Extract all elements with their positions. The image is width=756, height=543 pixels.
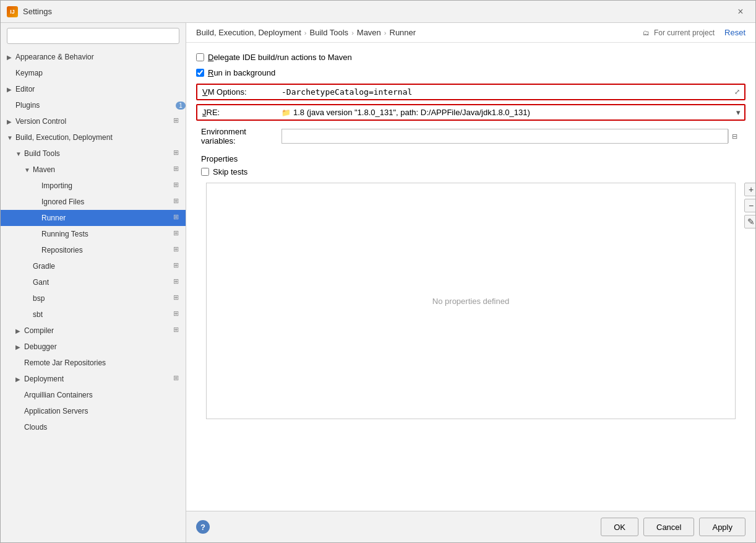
delegate-checkbox[interactable] xyxy=(196,53,204,61)
sidebar-item-label: Runner xyxy=(41,214,173,222)
sidebar-item-label: Deployment xyxy=(24,375,173,383)
delegate-label: Delegate IDE build/run actions to Maven xyxy=(208,53,352,62)
arrow-icon: ▼ xyxy=(7,134,15,141)
vm-options-value: -DarchetypeCatalog=internal xyxy=(281,87,728,97)
breadcrumb-sep: › xyxy=(351,29,354,37)
sidebar-item-editor[interactable]: ▶ Editor xyxy=(1,81,186,97)
apply-button[interactable]: Apply xyxy=(699,518,745,536)
sidebar-item-label: sbt xyxy=(33,310,173,319)
sidebar-item-gant[interactable]: Gant ⊞ xyxy=(1,274,186,290)
app-icon: IJ xyxy=(7,6,18,17)
skip-tests-label: Skip tests xyxy=(213,167,247,176)
sidebar-item-maven[interactable]: ▼ Maven ⊞ xyxy=(1,162,186,178)
sidebar-item-debugger[interactable]: ▶ Debugger xyxy=(1,339,186,355)
sidebar-item-sbt[interactable]: sbt ⊞ xyxy=(1,306,186,323)
reset-link[interactable]: Reset xyxy=(724,28,745,37)
sidebar-item-runner[interactable]: Runner ⊞ xyxy=(1,210,186,226)
sidebar-item-label: Clouds xyxy=(24,423,186,432)
sidebar-item-label: Gradle xyxy=(33,262,173,271)
sidebar-item-build-exec-deploy[interactable]: ▼ Build, Execution, Deployment xyxy=(1,129,186,146)
sidebar-item-importing[interactable]: Importing ⊞ xyxy=(1,178,186,194)
edit-property-button[interactable]: ✎ xyxy=(744,215,755,228)
vm-options-label: VM Options: xyxy=(197,85,278,99)
jre-dropdown-button[interactable]: ▾ xyxy=(732,105,744,119)
settings-window: IJ Settings × 🔍 ▶ Appearance & Behavior xyxy=(0,0,756,543)
copy-icon: ⊞ xyxy=(173,181,183,191)
jre-label: JRE: xyxy=(197,105,278,119)
ok-button[interactable]: OK xyxy=(601,518,638,536)
env-field[interactable] xyxy=(281,129,728,144)
sidebar-item-bsp[interactable]: bsp ⊞ xyxy=(1,290,186,306)
sidebar-item-gradle[interactable]: Gradle ⊞ xyxy=(1,258,186,274)
search-input[interactable] xyxy=(7,28,179,44)
sidebar-item-label: Repositories xyxy=(41,246,173,254)
breadcrumb-sep: › xyxy=(384,29,387,37)
sidebar: 🔍 ▶ Appearance & Behavior Keymap ▶ xyxy=(1,23,186,542)
project-icon: 🗂 xyxy=(643,29,650,37)
arrow-icon: ▶ xyxy=(15,376,24,383)
sidebar-item-remote-jar[interactable]: Remote Jar Repositories xyxy=(1,355,186,371)
sidebar-item-label: Build Tools xyxy=(24,149,173,158)
sidebar-item-label: Importing xyxy=(41,181,173,190)
skip-tests-checkbox[interactable] xyxy=(201,168,209,176)
sidebar-item-ignored-files[interactable]: Ignored Files ⊞ xyxy=(1,194,186,210)
background-checkbox[interactable] xyxy=(196,69,204,77)
main-content: 🔍 ▶ Appearance & Behavior Keymap ▶ xyxy=(1,23,755,542)
sidebar-item-label: Remote Jar Repositories xyxy=(24,358,186,367)
close-button[interactable]: × xyxy=(732,3,749,20)
panel-content: Delegate IDE build/run actions to Maven … xyxy=(186,43,755,511)
arrow-icon: ▶ xyxy=(15,328,24,334)
sidebar-item-running-tests[interactable]: Running Tests ⊞ xyxy=(1,226,186,242)
sidebar-item-label: Gant xyxy=(33,278,173,287)
search-box: 🔍 xyxy=(1,23,186,49)
sidebar-item-label: Debugger xyxy=(24,342,186,351)
breadcrumb-item-3: Maven xyxy=(357,28,381,37)
copy-icon: ⊞ xyxy=(173,229,183,239)
copy-icon: ⊞ xyxy=(173,213,183,223)
sidebar-item-label: Application Servers xyxy=(24,407,186,415)
env-expand-button[interactable]: ⊟ xyxy=(728,129,741,143)
sidebar-tree: ▶ Appearance & Behavior Keymap ▶ Editor … xyxy=(1,49,186,542)
title-bar: IJ Settings × xyxy=(1,1,755,23)
arrow-icon: ▶ xyxy=(15,344,24,350)
sidebar-item-label: Build, Execution, Deployment xyxy=(15,133,186,142)
bg-label-u: R xyxy=(208,68,213,77)
jre-value: 1.8 (java version "1.8.0_131", path: D:/… xyxy=(293,108,728,117)
sidebar-item-plugins[interactable]: Plugins 1 xyxy=(1,97,186,113)
vm-options-row: VM Options: -DarchetypeCatalog=internal … xyxy=(196,84,745,100)
sidebar-item-appearance[interactable]: ▶ Appearance & Behavior xyxy=(1,49,186,65)
remove-property-button[interactable]: − xyxy=(744,199,755,212)
sidebar-item-deployment[interactable]: ▶ Deployment ⊞ xyxy=(1,371,186,387)
sidebar-item-label: Running Tests xyxy=(41,230,173,238)
jre-select-area[interactable]: 📁 1.8 (java version "1.8.0_131", path: D… xyxy=(278,105,732,119)
vm-input-area: -DarchetypeCatalog=internal xyxy=(278,85,732,99)
sidebar-item-compiler[interactable]: ▶ Compiler ⊞ xyxy=(1,323,186,339)
copy-icon: ⊞ xyxy=(173,165,183,175)
copy-icon: ⊞ xyxy=(173,149,183,159)
properties-label: Properties xyxy=(196,154,745,163)
add-property-button[interactable]: + xyxy=(744,183,755,196)
breadcrumb-item-2: Build Tools xyxy=(309,28,348,37)
for-current-project: 🗂 For current project xyxy=(643,28,715,37)
sidebar-item-arquillian[interactable]: Arquillian Containers xyxy=(1,387,186,403)
breadcrumb-item-1: Build, Execution, Deployment xyxy=(196,28,301,37)
vm-expand-button[interactable]: ⤢ xyxy=(732,85,744,99)
sidebar-item-version-control[interactable]: ▶ Version Control ⊞ xyxy=(1,113,186,129)
sidebar-item-repositories[interactable]: Repositories ⊞ xyxy=(1,242,186,258)
copy-icon: ⊞ xyxy=(173,326,183,336)
vm-label-rest: M Options: xyxy=(208,87,247,97)
properties-table: No properties defined xyxy=(206,183,736,419)
cancel-button[interactable]: Cancel xyxy=(643,518,694,536)
sidebar-item-keymap[interactable]: Keymap xyxy=(1,65,186,81)
plugins-badge: 1 xyxy=(176,102,186,110)
copy-icon: ⊞ xyxy=(173,277,183,287)
sidebar-item-clouds[interactable]: Clouds xyxy=(1,419,186,435)
sidebar-item-build-tools[interactable]: ▼ Build Tools ⊞ xyxy=(1,146,186,162)
help-button[interactable]: ? xyxy=(196,520,210,534)
jre-row: JRE: 📁 1.8 (java version "1.8.0_131", pa… xyxy=(196,104,745,121)
copy-icon: ⊞ xyxy=(173,116,183,126)
properties-table-inner: No properties defined xyxy=(207,183,735,419)
delegate-checkbox-row: Delegate IDE build/run actions to Maven xyxy=(196,53,745,62)
sidebar-item-label: Maven xyxy=(33,165,173,174)
sidebar-item-app-servers[interactable]: Application Servers xyxy=(1,403,186,419)
